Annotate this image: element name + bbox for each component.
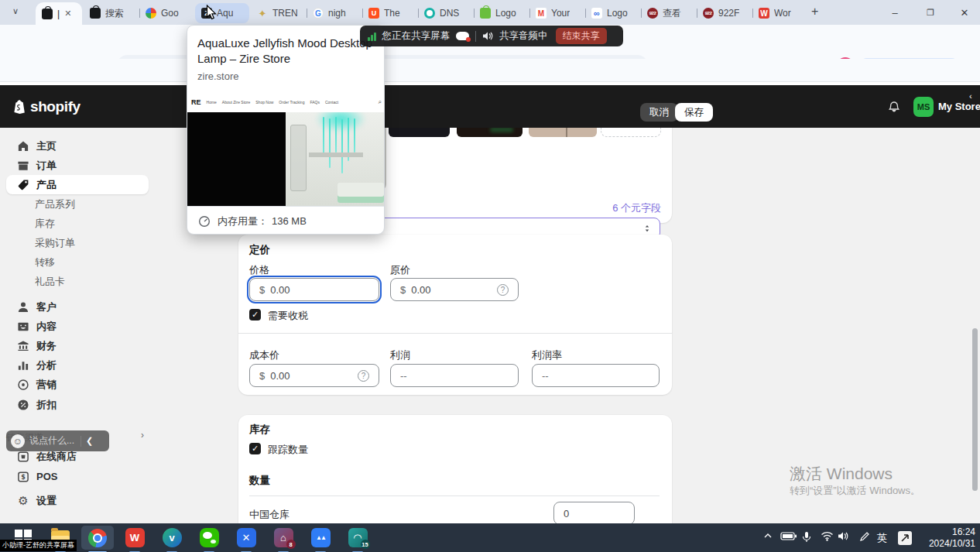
- tray-chevron-icon[interactable]: [763, 531, 773, 540]
- sidebar-item-orders[interactable]: 订单: [6, 156, 149, 175]
- store-avatar[interactable]: MS: [913, 97, 934, 117]
- wifi-icon[interactable]: [821, 531, 834, 541]
- tab-dns[interactable]: DNS: [418, 3, 472, 23]
- sidebar-item-gift-cards[interactable]: 礼品卡: [6, 272, 149, 291]
- sidebar-item-collections[interactable]: 产品系列: [6, 194, 149, 214]
- wechat-button[interactable]: [193, 526, 225, 550]
- tab-chakan[interactable]: 922查看: [641, 3, 695, 23]
- blue-knot-icon: ∞: [591, 8, 602, 19]
- price-input[interactable]: $ 0.00: [249, 278, 379, 301]
- window-close-button[interactable]: ✕: [947, 0, 980, 25]
- tab-wor[interactable]: WWor: [752, 3, 807, 23]
- app-badge8-button[interactable]: ⌂8: [267, 526, 300, 550]
- stop-sharing-button[interactable]: 结束共享: [556, 28, 607, 44]
- sidebar-item-analytics[interactable]: 分析: [6, 355, 149, 375]
- quantity-input[interactable]: 0: [553, 502, 635, 523]
- app-v-button[interactable]: v: [156, 526, 188, 550]
- touch-keyboard-icon[interactable]: [898, 531, 912, 545]
- clock[interactable]: 16:24 2024/10/31: [923, 526, 975, 550]
- app-x-button[interactable]: ✕: [230, 526, 262, 550]
- sidebar-item-purchase-orders[interactable]: 采购订单: [6, 233, 149, 252]
- sidebar-item-home[interactable]: 主页: [6, 136, 149, 156]
- battery-icon[interactable]: [780, 531, 797, 541]
- profit-label: 利润: [390, 348, 410, 362]
- share-bar-divider: [475, 31, 476, 42]
- chrome-button[interactable]: [81, 526, 114, 550]
- ime-indicator[interactable]: 英: [877, 531, 887, 545]
- orders-icon: [17, 159, 29, 172]
- margin-input[interactable]: --: [532, 364, 660, 387]
- margin-label: 利润率: [532, 348, 562, 362]
- pen-icon[interactable]: [859, 531, 870, 542]
- activate-windows-subtext: 转到“设置”以激活 Windows。: [790, 484, 920, 498]
- tab-goo[interactable]: Goo: [139, 3, 194, 23]
- sidebar-item-discounts[interactable]: 折扣: [6, 395, 149, 414]
- help-icon[interactable]: ?: [358, 370, 369, 382]
- tab-aqu-hovered[interactable]: ZAqu: [195, 3, 249, 23]
- window-minimize-button[interactable]: –: [878, 0, 912, 25]
- collapse-chevron-icon[interactable]: ‹: [969, 91, 972, 101]
- location-label: 中国仓库: [249, 508, 290, 522]
- tab-your[interactable]: MYour: [529, 3, 584, 23]
- 922-icon: 922: [647, 8, 658, 19]
- cloud-icon: [456, 32, 469, 40]
- tab-the[interactable]: UThe: [362, 3, 416, 23]
- sidebar-item-products[interactable]: 产品: [6, 175, 149, 194]
- sales-channels-chevron-icon[interactable]: ›: [141, 430, 144, 441]
- card-inventory: 库存 ✓ 跟踪数量 数量 中国仓库 0: [238, 415, 672, 523]
- app-badge15-button[interactable]: ◠15: [341, 526, 374, 550]
- sidebar-item-marketing[interactable]: 营销: [6, 375, 149, 394]
- sidebar-item-inventory[interactable]: 库存: [6, 214, 149, 233]
- updown-chevron-icon: [642, 223, 652, 234]
- sidebar-item-customers[interactable]: 客户: [6, 297, 149, 317]
- tab-nigh[interactable]: Gnigh: [307, 3, 361, 23]
- save-button[interactable]: 保存: [675, 103, 713, 122]
- tab-922f[interactable]: 922922F: [697, 3, 751, 23]
- add-media-button[interactable]: [601, 128, 661, 137]
- volume-icon[interactable]: [838, 531, 849, 541]
- shopify-logo[interactable]: shopify: [11, 98, 81, 115]
- tab-search-chevron-icon[interactable]: ∨: [12, 6, 19, 16]
- compare-price-input[interactable]: $ 0.00 ?: [390, 278, 519, 301]
- 922-icon: 922: [703, 8, 714, 19]
- cancel-button[interactable]: 取消: [640, 103, 678, 122]
- wps-button[interactable]: W: [118, 526, 151, 550]
- sidebar-item-pos[interactable]: $POS: [6, 467, 149, 486]
- sidebar-item-content[interactable]: 内容: [6, 317, 149, 336]
- chat-overlay-widget[interactable]: ☺ 说点什么... ❮: [6, 430, 109, 451]
- microphone-icon[interactable]: [802, 531, 811, 543]
- tab-close-icon[interactable]: ✕: [64, 9, 71, 19]
- metafields-link[interactable]: 6 个元字段: [612, 201, 661, 215]
- notifications-bell-icon[interactable]: [887, 101, 901, 115]
- pos-icon: $: [17, 471, 29, 483]
- app-mountain-button[interactable]: ▲▲: [304, 526, 337, 550]
- inventory-title: 库存: [249, 423, 270, 437]
- new-tab-button[interactable]: +: [811, 5, 818, 19]
- product-thumb-2[interactable]: [457, 128, 523, 137]
- product-thumb-1[interactable]: [389, 128, 450, 137]
- shopify-content: 主页 订单 产品 产品系列 库存 采购订单 转移 礼品卡 客户 内容 财务 分析…: [0, 128, 980, 523]
- window-maximize-button[interactable]: ❐: [913, 0, 947, 25]
- track-quantity-checkbox[interactable]: ✓: [249, 443, 261, 454]
- sidebar-item-settings[interactable]: ⚙设置: [6, 491, 149, 510]
- assistant-share-overlay: 小助理-艺舒的共享屏幕: [0, 540, 77, 551]
- chat-collapse-icon[interactable]: ❮: [86, 436, 93, 446]
- help-icon[interactable]: ?: [497, 284, 509, 296]
- app-x-icon: ✕: [237, 528, 256, 547]
- product-thumb-3[interactable]: [529, 128, 597, 137]
- tab-active[interactable]: | ✕: [36, 2, 82, 25]
- scrollbar-thumb[interactable]: [972, 328, 978, 491]
- tab-sousuo[interactable]: 搜索: [84, 3, 138, 23]
- tab-logo1[interactable]: Logo: [474, 3, 528, 23]
- target-icon: [17, 379, 29, 391]
- tax-checkbox[interactable]: ✓: [249, 309, 261, 321]
- sidebar-item-finance[interactable]: 财务: [6, 336, 149, 355]
- pricing-title: 定价: [249, 243, 270, 257]
- cost-input[interactable]: $ 0.00 ?: [249, 364, 379, 387]
- memory-gauge-icon: [198, 215, 211, 228]
- tab-logo2[interactable]: ∞Logo: [585, 3, 639, 23]
- profit-input[interactable]: --: [390, 364, 519, 387]
- sidebar-item-transfers[interactable]: 转移: [6, 252, 149, 272]
- chat-placeholder[interactable]: 说点什么...: [29, 434, 74, 447]
- tab-tren[interactable]: ✦TREN: [251, 3, 305, 23]
